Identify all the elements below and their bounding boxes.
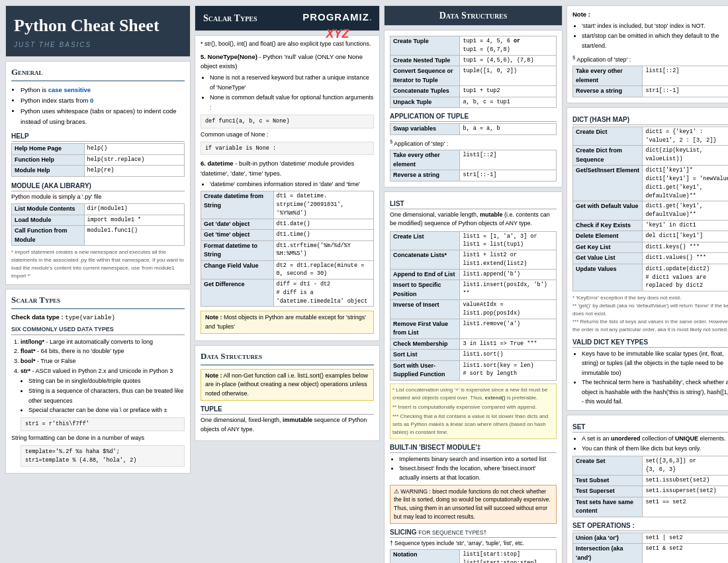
ds-main-title: Data Structures (391, 9, 555, 23)
page-container: Python Cheat Sheet JUST THE BASICS Gener… (0, 0, 728, 563)
tuple-table: Create Tupletup1 = 4, 5, 6 ortup1 = (6,7… (390, 36, 557, 108)
set-ops-title: Set operations : (572, 521, 728, 531)
nonetype-title: 5. NoneType(None) - Python 'null' value … (201, 52, 374, 72)
step-table-col4: Take every other elementlist1[::2] Rever… (572, 66, 728, 97)
slicing-table: Notationlist1[start:stop]list1[start:sto… (390, 549, 557, 563)
mutable-note: Note : Most objects in Python are mutabl… (201, 311, 374, 334)
scalar-types-left-title: Scalar Types (11, 293, 185, 309)
dict-title: DICT (HASH MAP) (572, 115, 728, 125)
set-ops-table: Union (aka 'or')set1 | set2 Intersection… (572, 533, 728, 563)
none-code1: def func1(a, b, c = None) (201, 115, 374, 128)
brand-xyz: XYZ (302, 25, 373, 43)
module-title: MODULE (AKA LIBRARY) (11, 181, 185, 191)
datetime-title: 6. datetime - built-in python 'datetime'… (201, 159, 374, 178)
column-3: Data Structures Create Tupletup1 = 4, 5,… (384, 5, 563, 563)
page-subtitle: JUST THE BASICS (14, 40, 182, 50)
type-bool: bool* - True or False (21, 356, 185, 366)
set-bullet-2: You can think of them like dicts but key… (582, 444, 728, 453)
app-tuple-table: Swap variablesb, a = a, b (390, 123, 557, 135)
tuple-desc: One dimensional, fixed-length, immutable… (201, 416, 374, 434)
module-table: List Module Contentsdir(module1) Load Mo… (11, 203, 185, 246)
type-str: str* - ASCII valued in Python 2.x and Un… (21, 366, 185, 431)
datetime-table: Create datetime from Stringdt1 = datetim… (201, 191, 374, 307)
page-title: Python Cheat Sheet (14, 13, 182, 38)
step-label-col4: § Application of 'step' : (572, 54, 728, 65)
none-code2: if variable is None : (201, 142, 374, 156)
app-tuple-title: Application of Tuple (390, 111, 557, 122)
bisect-bullet-1: Implements binary search and insertion i… (399, 454, 557, 464)
str-code1: str1 = r'this\f7ff' (21, 417, 185, 431)
check-type-label: Check data type : type(variable) (11, 313, 185, 323)
dict-notes: * 'KeyError' exception if the key does n… (572, 294, 728, 334)
general-bullet-1: Python is case sensitive (21, 85, 185, 95)
list-desc: One dimensional, variable length, mutabl… (390, 211, 557, 229)
set-title: SET (572, 422, 728, 433)
bisect-title: Built-in 'bisect module'‡ (390, 442, 557, 453)
type-float: float* - 64 bits, there is no 'double' t… (21, 346, 185, 356)
list-title: LIST (390, 199, 557, 209)
module-note: * import statement creates a new namespa… (11, 248, 185, 280)
column-1: Python Cheat Sheet JUST THE BASICS Gener… (5, 5, 191, 563)
ds-title-col2: Data Structures (201, 350, 374, 366)
help-title: HELP (11, 131, 185, 142)
slicing-note: † Sequence types include 'str', 'array',… (390, 539, 557, 548)
scalar-types-right-section: * str(), bool(), int() and float() are a… (195, 35, 380, 341)
note-label: Note : (572, 10, 728, 19)
general-section: General Python is case sensitive Python … (5, 61, 191, 285)
general-title: General (11, 66, 185, 81)
dict-section: DICT (HASH MAP) Create Dictdict1 = {'key… (567, 107, 728, 411)
note-bullet-1: 'start' index is included, but 'stop' in… (582, 21, 728, 31)
bisect-bullet-2: 'bisect.bisect' finds the location, wher… (399, 464, 557, 483)
valid-dict-title: Valid dict key types (572, 337, 728, 348)
list-notes: * List concatenation using '+' is expens… (390, 384, 557, 439)
column-4: Note : 'start' index is included, but 's… (567, 5, 728, 563)
none-bullet-2: None is common default value for optiona… (210, 93, 374, 113)
dict-table: Create Dictdict1 = {'key1' : 'value1', 2… (572, 127, 728, 291)
list-section: LIST One dimensional, variable length, m… (384, 191, 563, 564)
none-bullet-1: None is not a reserved keyword but rathe… (210, 73, 374, 93)
general-bullet-3: Python uses whitespace (tabs or spaces) … (21, 106, 185, 127)
step-table: Take every other elementlist1[::2] Rever… (390, 150, 557, 181)
header-section: Python Cheat Sheet JUST THE BASICS (5, 5, 191, 57)
set-table: Create Setset([3,6,3]) or{3, 6, 3} Test … (572, 456, 728, 517)
str-code2: template='%.2f %s haha $%d';str1=templat… (21, 445, 185, 468)
slicing-title: SLICING FOR SEQUENCE TYPES† (390, 527, 557, 538)
tuple-sub-title: TUPLE (201, 404, 374, 415)
bisect-warning: ⚠ WARNING : bisect module functions do n… (390, 485, 557, 524)
type-int: int/long* - Large int automatically conv… (21, 337, 185, 347)
column-2: PROGRAMIZ. XYZ Scalar Types * str(), boo… (195, 5, 380, 563)
ds-header-col3: Data Structures (384, 5, 563, 26)
six-types-title: SIX COMMONLY USED DATA TYPES (11, 325, 185, 335)
step-note: § Application of 'step' : (390, 138, 557, 149)
module-desc: Python module is simply a '.py' file (11, 193, 185, 202)
valid-dict-bullet-1: Keys have to be immutable like scalar ty… (582, 349, 728, 378)
ds-section-col2: Data Structures Note : All non-Get funct… (195, 345, 380, 441)
scalar-types-left-section: Scalar Types Check data type : type(vari… (5, 289, 191, 474)
help-table: Help Home Pagehelp() Function Helphelp(s… (11, 143, 185, 177)
ds-note: Note : All non-Get function call i.e. li… (201, 369, 374, 401)
list-table: Create Listlist1 = [1, 'a', 3] orlist1 =… (390, 231, 557, 381)
brand-section: PROGRAMIZ. XYZ Scalar Types (195, 5, 380, 31)
none-usage: Common usage of None : (201, 130, 374, 140)
note-bullet-2: start/stop can be omitted in which they … (582, 31, 728, 51)
datetime-note: 'datetime' combines information stored i… (210, 180, 374, 189)
ds-note-section: Note : 'start' index is included, but 's… (567, 5, 728, 103)
brand-top: PROGRAMIZ. (302, 10, 373, 25)
set-section: SET A set is an unordered collection of … (567, 415, 728, 563)
set-bullet-1: A set is an unordered collection of UNIQ… (582, 434, 728, 443)
valid-dict-bullet-2: The technical term here is 'hashability'… (582, 378, 728, 406)
general-bullet-2: Python index starts from 0 (21, 95, 185, 106)
tuple-section: Create Tupletup1 = 4, 5, 6 ortup1 = (6,7… (384, 30, 563, 187)
